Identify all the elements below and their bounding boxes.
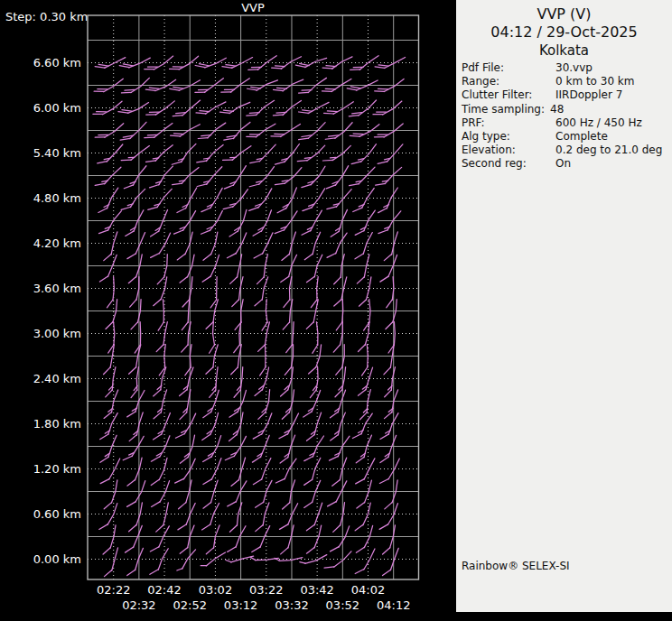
wind-barb <box>148 189 172 209</box>
parameter-value: 0.2 deg to 21.0 deg <box>555 144 662 156</box>
wind-barb <box>121 189 145 209</box>
wind-barb <box>185 345 191 375</box>
parameter-label: Alg type: <box>462 130 510 143</box>
parameter-value: 48 <box>550 103 564 116</box>
wind-barb <box>376 167 402 185</box>
y-axis-tick-label: 1.80 km <box>5 417 81 431</box>
y-axis-tick-label: 0.60 km <box>5 507 81 521</box>
wind-barb <box>223 190 247 209</box>
x-axis-tick-label: 03:22 <box>238 583 295 597</box>
wind-barb <box>203 459 221 485</box>
parameter-label: PRF: <box>462 116 485 129</box>
wind-barb <box>180 525 194 553</box>
wind-barb <box>100 413 118 440</box>
wind-barb <box>222 58 253 69</box>
parameter-label: Range: <box>462 75 499 88</box>
vvp-application-window: VVP Step: 0.30 km 6.60 km6.00 km5.40 km4… <box>0 0 672 621</box>
wind-barb <box>331 412 346 440</box>
wind-barb <box>172 144 196 164</box>
wind-barb <box>275 168 301 185</box>
wind-barb <box>324 551 351 568</box>
wind-barb <box>180 435 194 463</box>
wind-barb <box>150 526 169 551</box>
wind-barb <box>357 480 371 508</box>
y-axis-tick-label: 2.40 km <box>5 372 81 385</box>
wind-barb <box>356 435 371 463</box>
wind-barb <box>219 102 249 113</box>
wind-barb <box>282 390 294 419</box>
wind-barb <box>201 188 222 211</box>
wind-barb <box>203 390 219 417</box>
wind-barb <box>384 232 397 261</box>
wind-barb <box>120 122 146 140</box>
wind-barb <box>302 210 322 235</box>
wind-barb <box>232 277 243 307</box>
wind-barb <box>282 232 296 260</box>
wind-barb <box>350 167 375 186</box>
parameter-value: 600 Hz / 450 Hz <box>555 116 642 129</box>
wind-barb <box>304 458 321 485</box>
wind-barb <box>93 101 122 114</box>
y-axis-tick-label: 0.00 km <box>5 552 81 566</box>
wind-barb <box>128 255 142 283</box>
software-brand-label: Rainbow® SELEX-SI <box>462 560 570 572</box>
wind-barb <box>304 480 321 507</box>
y-axis-tick-label: 3.00 km <box>5 327 81 340</box>
wind-barb <box>275 211 297 234</box>
info-panel: VVP (V) 04:12 / 29-Oct-2025 Kolkata Pdf … <box>456 0 672 612</box>
wind-barb <box>385 480 397 509</box>
wind-barb <box>307 412 322 440</box>
wind-barb <box>107 277 114 308</box>
wind-barb <box>182 322 191 352</box>
wind-barb <box>336 300 342 330</box>
wind-barb <box>258 390 270 420</box>
y-axis-tick-label: 6.60 km <box>5 56 81 70</box>
wind-barb <box>100 435 117 462</box>
parameter-row: Range:0 km to 30 km <box>456 75 672 88</box>
wind-barb <box>279 504 297 530</box>
wind-barb <box>228 526 246 552</box>
wind-barb <box>277 188 296 213</box>
parameter-value: 30.vvp <box>555 61 593 74</box>
wind-barb <box>127 458 142 486</box>
wind-barb <box>104 480 117 509</box>
y-axis-tick-label: 5.40 km <box>5 146 81 160</box>
wind-barb <box>378 188 398 213</box>
wind-barb <box>158 300 163 331</box>
site-name: Kolkata <box>456 42 672 59</box>
parameter-row: Pdf File:30.vvp <box>456 61 672 75</box>
parameter-label: Elevation: <box>462 144 516 156</box>
wind-barb <box>295 58 326 67</box>
product-datetime: 04:12 / 29-Oct-2025 <box>456 23 672 41</box>
wind-barb <box>124 166 146 189</box>
wind-barb <box>145 56 173 70</box>
wind-barb <box>284 277 292 308</box>
wind-barb <box>106 300 117 329</box>
wind-barb <box>175 459 196 483</box>
x-axis-tick-label: 02:22 <box>85 583 143 597</box>
wind-barb <box>306 503 322 531</box>
wind-barb <box>249 167 274 187</box>
wind-barb <box>182 277 192 307</box>
wind-barb <box>327 190 351 209</box>
parameter-label: Pdf File: <box>462 61 504 74</box>
wind-barb <box>388 322 395 354</box>
wind-barb <box>378 211 401 234</box>
parameter-row: Time sampling:48 <box>456 103 672 116</box>
x-axis-tick-label: 04:12 <box>365 598 423 612</box>
wind-barb <box>126 525 143 552</box>
wind-barb <box>332 458 347 486</box>
wind-barb <box>253 413 272 439</box>
wind-barb <box>279 413 299 439</box>
wind-barb <box>231 458 246 486</box>
wind-barb <box>118 103 149 114</box>
wind-barb <box>150 549 168 575</box>
parameter-label: Clutter Filter: <box>462 88 532 101</box>
wind-barb <box>151 209 168 236</box>
wind-barb <box>203 480 218 508</box>
wind-barb <box>326 166 348 189</box>
wind-barb <box>303 390 321 417</box>
wind-barb <box>104 548 117 577</box>
wind-barb <box>283 480 295 509</box>
wind-barb <box>356 525 372 552</box>
